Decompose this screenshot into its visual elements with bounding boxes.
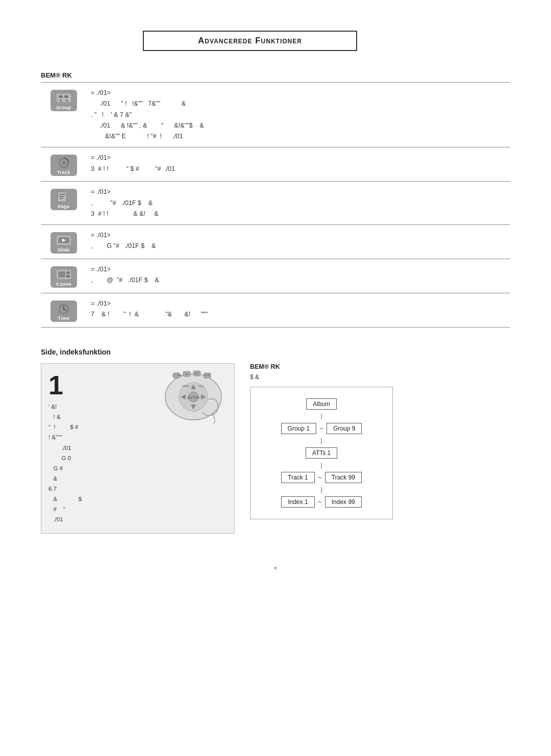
icon-cell-vzone: V.zone xyxy=(41,264,87,288)
track-icon-box: Track xyxy=(51,155,77,176)
slide-icon-label: Slide xyxy=(58,247,70,253)
group-icon xyxy=(56,92,72,104)
table-row: V.zone = ./01> , @ "# ./01F $ & xyxy=(41,259,510,293)
svg-text:►II: ►II xyxy=(195,372,199,375)
icon-cell-slide: Slide xyxy=(41,230,87,254)
icon-cell-page: Page xyxy=(41,187,87,210)
svg-rect-16 xyxy=(58,271,65,278)
track-text: = ./01> 3 # ! ! " $ # "# ./01 xyxy=(87,153,510,174)
hier-row-album: Album xyxy=(261,398,382,410)
bottom-content: 1 ' &! ! & " ! $ # ! &""" ./01 G 0 G # &… xyxy=(41,363,510,534)
svg-rect-8 xyxy=(59,194,65,195)
hier-index99: Index 99 xyxy=(325,496,362,508)
icon-cell-group: Group xyxy=(41,88,87,111)
hier-arrow-4: | xyxy=(261,486,382,493)
desc-box: 1 ' &! ! & " ! $ # ! &""" ./01 G 0 G # &… xyxy=(41,363,235,534)
hier-row-atts: ATTs 1 xyxy=(261,447,382,459)
hier-row-tracks: Track 1 ~ Track 99 xyxy=(261,472,382,483)
hier-group1: Group 1 xyxy=(281,423,316,434)
time-icon-box: Time xyxy=(51,300,77,322)
side-index-title: Side, indeksfunktion xyxy=(41,348,510,356)
svg-rect-17 xyxy=(66,271,70,274)
hierarchy-box: Album | Group 1 ~ Group 9 | ATTs 1 | Tra… xyxy=(250,387,393,519)
right-bem-rk-desc: $ & xyxy=(250,373,510,381)
table-row: Slide = ./01> , G "# ./01F $ & xyxy=(41,225,510,259)
icon-cell-time: Time xyxy=(41,298,87,322)
hier-arrow-1: | xyxy=(261,413,382,420)
table-row: Time = ./01> 7 & ! " ! & "& &! """ xyxy=(41,293,510,327)
svg-point-4 xyxy=(66,99,68,102)
vzone-icon-label: V.zone xyxy=(56,282,71,287)
group-icon-label: Group xyxy=(56,105,71,110)
hier-track99: Track 99 xyxy=(325,472,362,483)
hier-atts1: ATTs 1 xyxy=(306,447,337,459)
svg-rect-2 xyxy=(64,95,68,98)
hier-tilde-3: ~ xyxy=(318,498,322,506)
svg-text:◄◄: ◄◄ xyxy=(177,373,182,376)
side-index-section: Side, indeksfunktion 1 ' &! ! & " ! $ # … xyxy=(41,348,510,534)
track-icon-label: Track xyxy=(57,170,70,175)
right-panel: BEM® RK $ & Album | Group 1 ~ Group 9 | … xyxy=(250,363,510,534)
page-icon-box: Page xyxy=(51,189,77,210)
slide-text: = ./01> , G "# ./01F $ & xyxy=(87,230,510,252)
slide-icon xyxy=(56,234,72,246)
remote-image-area: ENTER ◄◄ ■ ►II ►► MENU INFO xyxy=(158,369,229,425)
time-icon-label: Time xyxy=(58,316,70,321)
icon-cell-track: Track xyxy=(41,153,87,176)
vzone-text: = ./01> , @ "# ./01F $ & xyxy=(87,264,510,286)
svg-rect-11 xyxy=(66,195,70,201)
hier-tilde-1: ~ xyxy=(319,424,323,433)
bem-rk-section-label: BEM® RK xyxy=(41,71,510,79)
table-row: Group = ./01> ./01 " ! !&"" 7&"" & . " !… xyxy=(41,83,510,147)
table-row: Track = ./01> 3 # ! ! " $ # "# ./01 xyxy=(41,147,510,182)
svg-rect-10 xyxy=(59,198,63,199)
table-row: Page = ./01> , "# ./01F $ & 3 # ! ! & &!… xyxy=(41,182,510,225)
vzone-icon-box: V.zone xyxy=(51,266,77,288)
right-bem-rk-label: BEM® RK xyxy=(250,363,510,370)
hier-row-groups: Group 1 ~ Group 9 xyxy=(261,423,382,434)
svg-rect-0 xyxy=(57,94,71,102)
group-icon-box: Group xyxy=(51,90,77,111)
svg-rect-1 xyxy=(59,95,63,98)
page-number: + xyxy=(41,564,510,572)
slide-icon-box: Slide xyxy=(51,232,77,254)
hier-arrow-3: | xyxy=(261,462,382,469)
hier-index1: Index 1 xyxy=(281,496,314,508)
hier-tilde-2: ~ xyxy=(318,473,322,482)
vzone-icon xyxy=(56,268,72,281)
page-text: = ./01> , "# ./01F $ & 3 # ! ! & &! & xyxy=(87,187,510,219)
hier-arrow-2: | xyxy=(261,437,382,444)
bem-rk-table: Group = ./01> ./01 " ! !&"" 7&"" & . " !… xyxy=(41,82,510,327)
time-text: = ./01> 7 & ! " ! & "& &! """ xyxy=(87,298,510,320)
svg-rect-9 xyxy=(59,196,64,197)
remote-control-svg: ENTER ◄◄ ■ ►II ►► MENU INFO xyxy=(158,369,229,425)
svg-text:►►: ►► xyxy=(205,373,210,376)
svg-point-6 xyxy=(62,161,65,164)
track-icon xyxy=(56,157,72,169)
page-icon-label: Page xyxy=(58,204,70,209)
page-title: Advancerede Funktioner xyxy=(198,36,302,46)
svg-text:INFO: INFO xyxy=(198,385,204,388)
svg-point-3 xyxy=(60,99,62,102)
svg-text:■: ■ xyxy=(186,372,187,375)
page-title-box: Advancerede Funktioner xyxy=(143,31,357,51)
svg-text:ENTER: ENTER xyxy=(187,396,199,399)
svg-rect-18 xyxy=(66,275,70,278)
hier-album: Album xyxy=(306,398,337,410)
hier-group9: Group 9 xyxy=(327,423,362,434)
hier-row-index: Index 1 ~ Index 99 xyxy=(261,496,382,508)
svg-text:MENU: MENU xyxy=(182,385,190,388)
svg-point-22 xyxy=(63,309,65,310)
time-icon xyxy=(56,303,72,315)
hier-track1: Track 1 xyxy=(281,472,315,483)
page-icon xyxy=(56,191,72,203)
group-text: = ./01> ./01 " ! !&"" 7&"" & . " ! ' & 7… xyxy=(87,88,510,142)
